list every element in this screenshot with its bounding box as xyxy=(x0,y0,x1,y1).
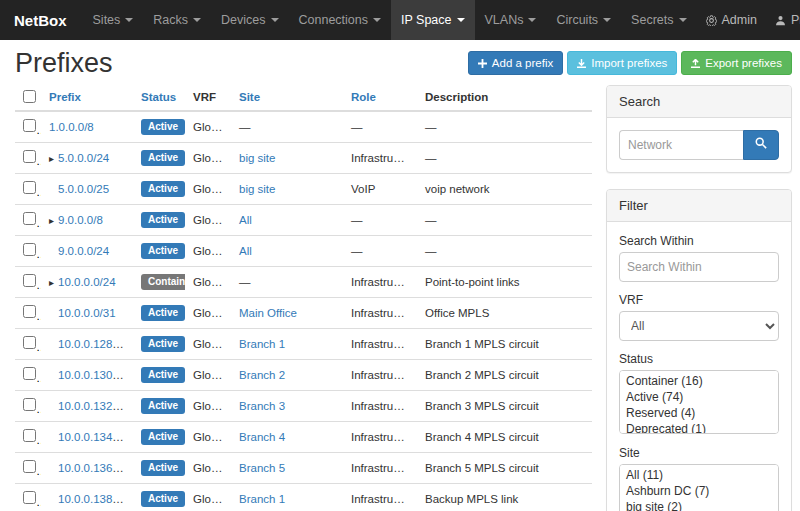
prefix-cell: 1.0.0.0/8 xyxy=(41,111,133,143)
prefix-link[interactable]: 9.0.0.0/8 xyxy=(58,214,103,226)
row-checkbox[interactable] xyxy=(23,181,36,194)
add-prefix-button[interactable]: Add a prefix xyxy=(468,51,563,75)
status-filter-select[interactable]: Container (16)Active (74)Reserved (4)Dep… xyxy=(619,370,779,434)
prefix-table-panel: Prefix Status VRF Site Role Description … xyxy=(15,85,592,511)
site-link[interactable]: big site xyxy=(239,183,275,195)
prefix-link[interactable]: 5.0.0.0/24 xyxy=(58,152,109,164)
description-cell: — xyxy=(417,111,592,143)
column-header-role[interactable]: Role xyxy=(343,85,417,111)
prefix-link[interactable]: 10.0.0.138/31 xyxy=(58,493,128,505)
row-checkbox[interactable] xyxy=(23,119,36,132)
status-cell: Active xyxy=(133,297,185,328)
site-link[interactable]: All xyxy=(239,214,252,226)
vrf-cell: Global xyxy=(185,483,231,511)
prefix-link[interactable]: 10.0.0.0/24 xyxy=(58,276,116,288)
prefix-link[interactable]: 10.0.0.0/31 xyxy=(58,307,116,319)
role-cell: — xyxy=(343,235,417,266)
row-select-cell xyxy=(15,297,41,328)
column-header-label[interactable]: Status xyxy=(141,91,176,103)
row-select-cell xyxy=(15,111,41,143)
search-icon xyxy=(755,137,767,152)
row-select-cell xyxy=(15,142,41,173)
row-checkbox[interactable] xyxy=(23,243,36,256)
status-badge: Active xyxy=(141,367,185,383)
prefix-link[interactable]: 9.0.0.0/24 xyxy=(58,245,109,257)
status-cell: Active xyxy=(133,142,185,173)
description-cell: Point-to-point links xyxy=(417,266,592,297)
site-link[interactable]: Branch 1 xyxy=(239,338,285,350)
prefix-link[interactable]: 5.0.0.0/25 xyxy=(58,183,109,195)
filter-option[interactable]: big site (2) xyxy=(622,499,776,511)
site-cell: Main Office xyxy=(231,297,343,328)
vrf-filter-select[interactable]: All xyxy=(619,311,779,341)
nav-item-secrets[interactable]: Secrets xyxy=(621,0,696,40)
column-header-label[interactable]: Role xyxy=(351,91,376,103)
search-within-input[interactable] xyxy=(619,252,779,282)
site-link[interactable]: Branch 2 xyxy=(239,369,285,381)
export-prefixes-button[interactable]: Export prefixes xyxy=(681,51,792,75)
site-link[interactable]: All xyxy=(239,245,252,257)
site-link[interactable]: Branch 1 xyxy=(239,493,285,505)
filter-option[interactable]: Reserved (4) xyxy=(622,405,776,421)
nav-item-sites[interactable]: Sites xyxy=(83,0,144,40)
search-input[interactable] xyxy=(619,130,743,160)
prefix-cell: 10.0.0.136/31 xyxy=(41,452,133,483)
filter-option[interactable]: Container (16) xyxy=(622,373,776,389)
prefix-link[interactable]: 10.0.0.136/31 xyxy=(58,462,128,474)
column-header-label[interactable]: Site xyxy=(239,91,260,103)
site-cell: big site xyxy=(231,142,343,173)
column-header-status[interactable]: Status xyxy=(133,85,185,111)
filter-option[interactable]: Ashburn DC (7) xyxy=(622,483,776,499)
row-checkbox[interactable] xyxy=(23,336,36,349)
row-checkbox[interactable] xyxy=(23,150,36,163)
chevron-down-icon xyxy=(528,18,536,22)
table-row: 10.0.0.128/31ActiveGlobalBranch 1Infrast… xyxy=(15,328,592,359)
filter-option[interactable]: All (11) xyxy=(622,467,776,483)
nav-item-circuits[interactable]: Circuits xyxy=(546,0,621,40)
prefix-link[interactable]: 10.0.0.134/31 xyxy=(58,431,128,443)
row-checkbox[interactable] xyxy=(23,491,36,504)
site-link[interactable]: Branch 3 xyxy=(239,400,285,412)
role-cell: Infrastructure xyxy=(343,328,417,359)
import-prefixes-button[interactable]: Import prefixes xyxy=(567,51,677,75)
site-link[interactable]: Branch 4 xyxy=(239,431,285,443)
prefix-link[interactable]: 10.0.0.132/31 xyxy=(58,400,128,412)
site-link[interactable]: Branch 5 xyxy=(239,462,285,474)
column-header-label[interactable]: Prefix xyxy=(49,91,81,103)
nav-item-ip-space[interactable]: IP Space xyxy=(391,0,475,40)
app-logo[interactable]: NetBox xyxy=(0,0,83,40)
nav-item-devices[interactable]: Devices xyxy=(211,0,288,40)
row-checkbox[interactable] xyxy=(23,367,36,380)
nav-item-connections[interactable]: Connections xyxy=(289,0,392,40)
site-filter-select[interactable]: All (11)Ashburn DC (7)big site (2)Branch… xyxy=(619,464,779,511)
nav-item-vlans[interactable]: VLANs xyxy=(475,0,547,40)
filter-option[interactable]: Active (74) xyxy=(622,389,776,405)
filter-option[interactable]: Deprecated (1) xyxy=(622,421,776,434)
search-button[interactable] xyxy=(743,130,779,160)
nav-item-racks[interactable]: Racks xyxy=(143,0,211,40)
column-header-site[interactable]: Site xyxy=(231,85,343,111)
row-checkbox[interactable] xyxy=(23,460,36,473)
site-link[interactable]: big site xyxy=(239,152,275,164)
prefix-link[interactable]: 10.0.0.128/31 xyxy=(58,338,128,350)
site-cell: Branch 1 xyxy=(231,483,343,511)
description-cell: voip network xyxy=(417,173,592,204)
row-checkbox[interactable] xyxy=(23,398,36,411)
select-all-cell xyxy=(15,85,41,111)
select-all-checkbox[interactable] xyxy=(23,90,36,103)
column-header-prefix[interactable]: Prefix xyxy=(41,85,133,111)
row-checkbox[interactable] xyxy=(23,305,36,318)
table-row: ▸5.0.0.0/24ActiveGlobalbig siteInfrastru… xyxy=(15,142,592,173)
row-checkbox[interactable] xyxy=(23,274,36,287)
nav-item-label: Sites xyxy=(93,13,121,27)
status-cell: Active xyxy=(133,204,185,235)
prefix-link[interactable]: 1.0.0.0/8 xyxy=(49,121,94,133)
site-link[interactable]: Main Office xyxy=(239,307,297,319)
profile-link[interactable]: Profile xyxy=(766,0,800,40)
prefix-cell: 9.0.0.0/24 xyxy=(41,235,133,266)
prefix-link[interactable]: 10.0.0.130/31 xyxy=(58,369,128,381)
row-checkbox[interactable] xyxy=(23,429,36,442)
admin-link[interactable]: Admin xyxy=(697,0,766,40)
row-checkbox[interactable] xyxy=(23,212,36,225)
status-badge: Active xyxy=(141,150,185,166)
